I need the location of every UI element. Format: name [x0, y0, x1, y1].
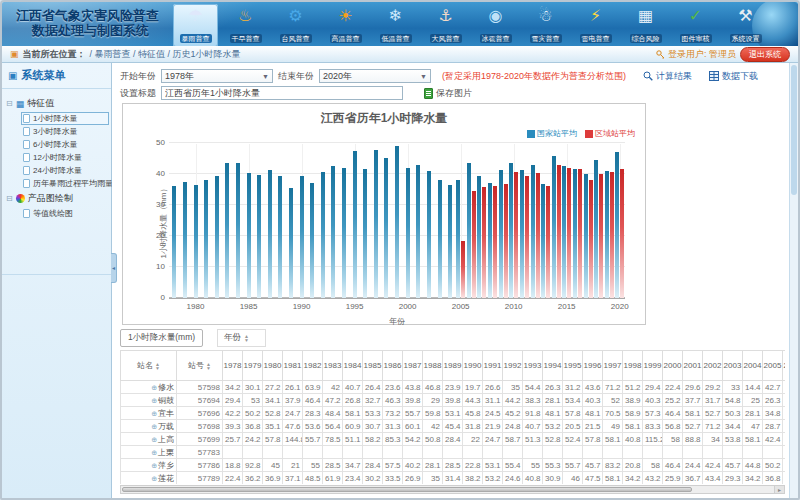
col-header-year-1993[interactable]: 1993: [523, 351, 543, 381]
value-cell: 55: [303, 459, 323, 472]
station-name-cell[interactable]: ⊕上高: [121, 433, 177, 446]
col-header-year-1996[interactable]: 1996: [583, 351, 603, 381]
col-header-year-2006[interactable]: 2006: [783, 351, 786, 381]
sidebar-item-0-3[interactable]: 12小时降水量: [21, 151, 109, 164]
h-scroll-corner[interactable]: ▸: [774, 486, 784, 493]
row-expand-icon[interactable]: ⊕: [151, 475, 157, 482]
station-name-cell[interactable]: ⊕上栗: [121, 446, 177, 459]
toolbar-item-low-temp-survey[interactable]: ❄低温普查: [373, 4, 418, 46]
col-header-year-1984[interactable]: 1984: [343, 351, 363, 381]
toolbar-item-drought-survey[interactable]: ♨干旱普查: [223, 4, 268, 46]
station-name-cell[interactable]: ⊕万载: [121, 420, 177, 433]
station-name-cell[interactable]: ⊕铜鼓: [121, 394, 177, 407]
station-name-cell[interactable]: ⊕萍乡: [121, 459, 177, 472]
chart-title-input[interactable]: [161, 86, 403, 100]
col-header-year-1994[interactable]: 1994: [543, 351, 563, 381]
col-header-year-1980[interactable]: 1980: [263, 351, 283, 381]
col-header-year-1992[interactable]: 1992: [503, 351, 523, 381]
toolbar-item-system-settings[interactable]: ⚒系统设置: [723, 4, 768, 46]
toolbar-item-typhoon-survey[interactable]: ⚙台风普查: [273, 4, 318, 46]
calculate-button[interactable]: 计算结果: [643, 70, 692, 83]
toolbar-item-snow-survey[interactable]: ☃雪灾普查: [523, 4, 568, 46]
page-scroll-thumb[interactable]: [791, 65, 797, 195]
col-header-year-1985[interactable]: 1985: [363, 351, 383, 381]
value-cell: 47.2: [323, 394, 343, 407]
station-name: 上栗: [158, 448, 174, 457]
value-cell: 43.2: [643, 472, 663, 485]
col-header-year-1986[interactable]: 1986: [383, 351, 403, 381]
sidebar-item-0-4[interactable]: 24小时降水量: [21, 164, 109, 177]
legend-item: 国家站平均: [527, 128, 577, 139]
row-expand-icon[interactable]: ⊕: [151, 397, 157, 404]
col-header-year-2004[interactable]: 2004: [743, 351, 763, 381]
col-header-year-1982[interactable]: 1982: [303, 351, 323, 381]
toolbar-item-gale-survey[interactable]: ⚓大风普查: [423, 4, 468, 46]
tree-toggle-icon[interactable]: ⊟: [6, 99, 13, 108]
app-title-line2: 数据处理与制图系统: [16, 23, 159, 38]
col-header-year-2002[interactable]: 2002: [703, 351, 723, 381]
row-expand-icon[interactable]: ⊕: [151, 423, 157, 430]
col-header-station-name[interactable]: 站名▲▼: [121, 351, 177, 381]
table-tab-1h[interactable]: 1小时降水量(mm): [120, 329, 203, 347]
save-image-button[interactable]: 保存图片: [424, 87, 472, 100]
col-header-year-1999[interactable]: 1999: [643, 351, 663, 381]
bar-group-1998: [381, 144, 392, 298]
row-expand-icon[interactable]: ⊕: [151, 462, 157, 469]
col-header-year-1978[interactable]: 1978: [223, 351, 243, 381]
col-header-year-1998[interactable]: 1998: [623, 351, 643, 381]
download-button[interactable]: 数据下载: [709, 70, 758, 83]
row-expand-icon[interactable]: ⊕: [151, 384, 157, 391]
sidebar-item-0-5[interactable]: 历年暴雨过程平均雨量: [21, 177, 109, 190]
toolbar-item-hail-survey[interactable]: ◉冰雹普查: [473, 4, 518, 46]
h-scroll-thumb[interactable]: [122, 487, 692, 492]
col-header-year-2000[interactable]: 2000: [663, 351, 683, 381]
station-name-cell[interactable]: ⊕宜丰: [121, 407, 177, 420]
end-year-select[interactable]: 2020年 ▼: [319, 69, 431, 83]
toolbar-item-high-temp-survey[interactable]: ☀高温普查: [323, 4, 368, 46]
tree-toggle-icon[interactable]: ⊟: [6, 194, 13, 203]
hail-icon: ◉: [473, 5, 518, 27]
station-name-cell[interactable]: ⊕莲花: [121, 472, 177, 485]
toolbar-item-combined-risk[interactable]: ▦综合风险: [623, 4, 668, 46]
page-scrollbar[interactable]: [789, 63, 798, 498]
sidebar-collapse-handle[interactable]: ◂: [111, 253, 117, 283]
col-header-year-1987[interactable]: 1987: [403, 351, 423, 381]
bar-national-2000: [406, 168, 410, 298]
app-window: 江西省气象灾害风险普查 数据处理与制图系统 ☂暴雨普查♨干旱普查⚙台风普查☀高温…: [0, 0, 800, 500]
toolbar-item-rainstorm-survey[interactable]: ☂暴雨普查: [173, 4, 218, 46]
tree-group-1[interactable]: ⊟产品图绘制: [6, 190, 109, 207]
row-expand-icon[interactable]: ⊕: [151, 436, 157, 443]
toolbar-item-map-review[interactable]: ✓图件审核: [673, 4, 718, 46]
col-header-year-1983[interactable]: 1983: [323, 351, 343, 381]
col-header-year-1981[interactable]: 1981: [283, 351, 303, 381]
row-expand-icon[interactable]: ⊕: [151, 449, 157, 456]
col-header-year-1989[interactable]: 1989: [443, 351, 463, 381]
year-sort-control[interactable]: 年份 ▲▼: [217, 329, 266, 347]
col-header-year-2001[interactable]: 2001: [683, 351, 703, 381]
col-header-year-2003[interactable]: 2003: [723, 351, 743, 381]
logout-button[interactable]: 退出系统: [740, 47, 790, 62]
col-header-year-1979[interactable]: 1979: [243, 351, 263, 381]
sidebar-item-0-2[interactable]: 6小时降水量: [21, 138, 109, 151]
start-year-select[interactable]: 1978年 ▼: [161, 69, 273, 83]
value-cell: 58.1: [603, 472, 623, 485]
toolbar-item-lightning-survey[interactable]: ⚡雷电普查: [573, 4, 618, 46]
location-icon: ▣: [10, 50, 19, 59]
value-cell: 30.1: [243, 381, 263, 394]
value-cell: 26.3: [763, 394, 783, 407]
row-expand-icon[interactable]: ⊕: [151, 410, 157, 417]
sidebar-item-0-0[interactable]: 1小时降水量: [21, 112, 109, 125]
tree-group-0[interactable]: ⊟▦特征值: [6, 95, 109, 112]
col-header-year-1990[interactable]: 1990: [463, 351, 483, 381]
horizontal-scrollbar[interactable]: ▸: [120, 485, 785, 494]
station-name-cell[interactable]: ⊕修水: [121, 381, 177, 394]
sidebar-item-1-0[interactable]: 等值线绘图: [21, 207, 109, 220]
sidebar-item-0-1[interactable]: 3小时降水量: [21, 125, 109, 138]
bar-national-2009: [499, 170, 503, 298]
col-header-year-1991[interactable]: 1991: [483, 351, 503, 381]
col-header-year-1988[interactable]: 1988: [423, 351, 443, 381]
col-header-year-1997[interactable]: 1997: [603, 351, 623, 381]
col-header-year-1995[interactable]: 1995: [563, 351, 583, 381]
col-header-station-id[interactable]: 站号▲▼: [177, 351, 223, 381]
col-header-year-2005[interactable]: 2005: [763, 351, 783, 381]
